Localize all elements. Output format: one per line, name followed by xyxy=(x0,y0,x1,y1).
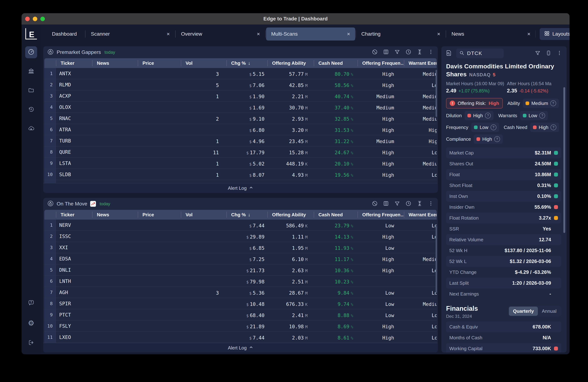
warrant-exercise-cell: Low xyxy=(404,91,437,101)
column-header-offering-ability[interactable]: Offering Ability xyxy=(267,60,314,66)
table-row[interactable]: 3ACXP1$1.902.21M40.74%MediumMediumHighLo… xyxy=(44,90,437,102)
kebab-menu-icon[interactable] xyxy=(556,50,562,57)
table-row[interactable]: 2RLMD5$7.0642.85M58.56%HighLowMediumLow xyxy=(44,79,437,90)
table-row[interactable]: 4OLOX$1.6930.70M37.40%MediumMediumMedium… xyxy=(44,102,437,113)
clock-icon[interactable] xyxy=(405,201,411,207)
symbol-search-input[interactable] xyxy=(467,50,495,57)
close-icon[interactable]: × xyxy=(257,31,260,37)
column-header-cash-need[interactable]: Cash Need xyxy=(314,212,357,218)
sidebar-item-history[interactable] xyxy=(25,104,37,116)
period-toggle-quarterly[interactable]: Quarterly xyxy=(509,306,538,316)
expand-vertical-icon[interactable] xyxy=(417,201,422,207)
tab-news[interactable]: News× xyxy=(446,27,536,40)
table-row[interactable]: 10FSLY$21.8910.98M8.69%HighLowLowLow xyxy=(44,321,437,332)
warrant-exercise-cell: Low xyxy=(404,79,437,90)
column-header-cash-need[interactable]: Cash Need xyxy=(314,60,357,66)
zoom-window-button[interactable] xyxy=(40,17,45,21)
column-header-vol[interactable]: Vol xyxy=(181,212,227,218)
tab-overview[interactable]: Overview× xyxy=(176,27,265,40)
minimize-window-button[interactable] xyxy=(33,17,37,21)
table-row[interactable]: 9LSTA1$5.02448.19K20.10%HighMediumMedium… xyxy=(44,158,437,169)
close-icon[interactable]: × xyxy=(437,31,440,37)
stat-label: Inst Own xyxy=(449,193,468,199)
column-header-offering-ability[interactable]: Offering Ability xyxy=(267,212,314,218)
table-row[interactable]: 8SPIR$10.48676.33K9.74%LowMediumMediumLo… xyxy=(44,298,437,309)
column-header-chg[interactable]: Chg %↓ xyxy=(227,212,267,218)
table-row[interactable]: 4EDSA$7.256.10M11.17%HighMediumHighLow xyxy=(44,253,437,265)
help-circle-icon[interactable]: ? xyxy=(494,136,500,142)
help-circle-icon[interactable]: ? xyxy=(491,124,496,130)
close-icon[interactable]: × xyxy=(347,31,350,37)
period-toggle-annual[interactable]: Annual xyxy=(538,306,561,316)
kebab-menu-icon[interactable] xyxy=(428,201,434,207)
column-header-warrant-exercise[interactable]: Warrant Exercise xyxy=(404,60,437,66)
sidebar-item-downloads[interactable] xyxy=(25,123,37,135)
table-row[interactable]: 8QURE11$17.7915.28M24.67%HighLowMediumLo… xyxy=(44,147,437,158)
column-header-ticker[interactable]: Ticker xyxy=(56,212,92,218)
column-header-news[interactable]: News xyxy=(92,212,138,218)
column-header-offering-frequen[interactable]: Offering Frequen… xyxy=(357,212,404,218)
scrollbar-thumb[interactable] xyxy=(436,70,437,117)
close-icon[interactable]: × xyxy=(167,31,170,37)
help-circle-icon[interactable]: ? xyxy=(539,113,545,118)
table-row[interactable]: 5DNLI$21.732.63M10.36%HighLowLowLow xyxy=(44,265,437,276)
disable-icon[interactable] xyxy=(372,201,378,207)
expand-vertical-icon[interactable] xyxy=(546,50,551,57)
expand-vertical-icon[interactable] xyxy=(417,49,422,56)
table-row[interactable]: 7TURB1$4.9623.45M31.22%MediumHighLowLow xyxy=(44,135,437,147)
close-window-button[interactable] xyxy=(25,17,30,21)
table-row[interactable]: 6LNTH$79.982.51M10.23% xyxy=(44,276,437,287)
filter-icon[interactable] xyxy=(535,50,541,57)
column-header-news[interactable]: News xyxy=(92,60,138,66)
column-header-ticker[interactable]: Ticker xyxy=(56,60,92,66)
sidebar-item-logout[interactable] xyxy=(25,337,37,349)
sidebar-item-settings[interactable]: ⚙ xyxy=(25,317,37,329)
kebab-menu-icon[interactable] xyxy=(428,49,434,56)
flame-icon xyxy=(47,200,54,208)
alert-log-toggle[interactable]: Alert Log xyxy=(43,183,438,193)
filter-icon[interactable] xyxy=(394,49,400,56)
help-circle-icon[interactable]: ? xyxy=(550,124,556,130)
column-header-vol[interactable]: Vol xyxy=(181,60,227,66)
filter-icon[interactable] xyxy=(394,201,400,207)
disable-icon[interactable] xyxy=(372,49,378,56)
table-row[interactable]: 1ANTX3$5.1557.77M80.70%HighMediumMediumL… xyxy=(44,68,437,79)
table-row[interactable]: 1NERV$7.44586.49K23.79%LowLowLowLow xyxy=(44,220,437,231)
symbol-search[interactable] xyxy=(456,48,504,58)
file-search-icon[interactable] xyxy=(446,50,452,57)
table-row[interactable]: 11LXEO$7.442.03M8.61%HighLowMediumLow xyxy=(44,332,437,343)
columns-icon[interactable] xyxy=(383,49,389,56)
tab-scanner[interactable]: Scanner× xyxy=(86,27,175,40)
table-row[interactable]: 6ATRA$6.803.20M31.53%HighHighHighLow xyxy=(44,124,437,135)
table-row[interactable]: 10SLDB1$8.074.93M19.56%HighLowHighLow xyxy=(44,169,437,180)
alert-log-toggle[interactable]: Alert Log xyxy=(43,343,438,353)
column-header-price[interactable]: Price xyxy=(138,212,181,218)
tab-label: Charting xyxy=(361,31,380,37)
table-row[interactable]: 9PTCT$68.402.41M8.88%LowLowLowLow xyxy=(44,309,437,321)
table-row[interactable]: 2ISSC$29.891.11M14.13%HighLowLowLow xyxy=(44,231,437,242)
sidebar-item-dashboard[interactable] xyxy=(25,46,37,58)
sidebar-item-help[interactable]: ? xyxy=(25,297,37,309)
tab-charting[interactable]: Charting× xyxy=(356,27,445,40)
column-header-price[interactable]: Price xyxy=(138,60,181,66)
table-row[interactable]: 5RNAC2$9.102.93M32.85%HighMediumLowLow xyxy=(44,113,437,124)
columns-icon[interactable] xyxy=(383,201,389,207)
layouts-button[interactable]: Layouts xyxy=(540,28,569,40)
tab-multi-scans[interactable]: Multi-Scans× xyxy=(266,27,355,40)
help-circle-icon[interactable]: ? xyxy=(550,100,556,106)
table-row[interactable]: 3XXI$6.851.95M11.93%LowLowLow xyxy=(44,242,437,253)
help-circle-icon[interactable]: ? xyxy=(485,113,491,118)
table-row[interactable]: 11PROP1$1.0111.13M18.37%HighLowMediumLow xyxy=(44,180,437,183)
clock-icon[interactable] xyxy=(405,49,411,56)
table-row[interactable]: 7AGH3$5.3628.67M9.84%LowLowLowLow xyxy=(44,287,437,298)
scrollbar-thumb[interactable] xyxy=(436,226,437,293)
sidebar-item-portfolio[interactable] xyxy=(25,85,37,96)
sidebar-item-markets[interactable] xyxy=(25,65,37,77)
scrollbar-thumb[interactable] xyxy=(563,87,565,233)
column-header-warrant-exercise[interactable]: Warrant Exercise xyxy=(404,212,437,218)
close-icon[interactable]: × xyxy=(527,31,530,37)
tab-dashboard[interactable]: Dashboard xyxy=(47,27,85,40)
column-header-chg[interactable]: Chg %↓ xyxy=(227,60,267,66)
column-header-offering-frequen[interactable]: Offering Frequen… xyxy=(357,60,404,66)
offering-risk-pill[interactable]: ! Offering Risk: High xyxy=(446,98,503,109)
